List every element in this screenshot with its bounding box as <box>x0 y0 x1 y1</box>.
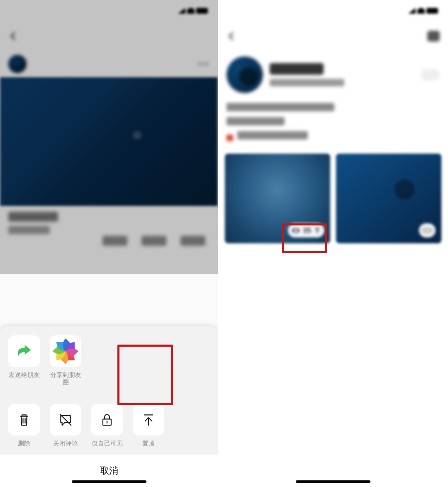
pinned-icon <box>314 227 320 234</box>
more-pill-button[interactable] <box>421 69 440 81</box>
profile-name <box>270 63 324 75</box>
post-author-row: ••• <box>0 51 218 77</box>
nav-header <box>0 22 218 51</box>
share-send-friend-label: 发送给朋友 <box>9 371 40 379</box>
action-sheet: 发送给朋友 分享到朋友圈 <box>0 326 218 487</box>
views-count: 35 <box>303 226 311 235</box>
action-delete-label: 删除 <box>18 440 30 447</box>
back-button[interactable] <box>8 31 18 41</box>
post-thumb-1[interactable]: 35 <box>225 154 330 243</box>
status-bar <box>0 0 218 22</box>
cellular-icon <box>408 8 416 14</box>
battery-icon <box>426 8 438 14</box>
badge-placeholder-icon <box>421 227 433 234</box>
wifi-icon <box>417 8 425 14</box>
profile-subtitle <box>270 79 344 86</box>
pin-top-icon <box>140 411 157 428</box>
comment-off-icon <box>57 411 74 428</box>
profile-bio <box>226 103 440 141</box>
status-badge <box>226 135 233 141</box>
action-pin-top-label: 置顶 <box>142 440 155 447</box>
views-pin-badge: 35 <box>288 223 324 237</box>
action-only-self-label: 仅自己可见 <box>92 440 123 447</box>
more-button[interactable]: ••• <box>193 59 209 69</box>
post-caption <box>0 206 218 236</box>
post-action-row <box>0 236 218 253</box>
avatar[interactable] <box>8 55 27 73</box>
comment-button[interactable] <box>141 236 166 246</box>
action-close-comments-label: 关闭评论 <box>53 440 78 447</box>
like-button[interactable] <box>102 236 127 246</box>
thumb2-badge <box>419 223 436 237</box>
back-button[interactable] <box>226 31 236 41</box>
lock-icon <box>99 411 115 428</box>
action-only-self[interactable]: 仅自己可见 <box>91 404 123 447</box>
battery-icon <box>196 8 208 14</box>
action-pin-top[interactable]: 置顶 <box>133 404 164 447</box>
share-row: 发送给朋友 分享到朋友圈 <box>0 326 218 390</box>
fav-button[interactable] <box>180 236 205 246</box>
home-indicator <box>72 480 146 483</box>
cancel-label: 取消 <box>100 465 118 477</box>
action-row: 删除 关闭评论 仅 <box>0 393 218 451</box>
cellular-icon <box>178 8 185 14</box>
camera-icon[interactable] <box>427 31 440 42</box>
post-thumb-2[interactable] <box>336 154 441 243</box>
eye-icon <box>292 228 299 233</box>
wifi-icon <box>187 8 195 14</box>
post-image[interactable] <box>0 77 218 206</box>
profile-header <box>218 51 448 145</box>
share-send-friend[interactable]: 发送给朋友 <box>8 335 40 386</box>
trash-icon <box>16 411 32 428</box>
action-delete[interactable]: 删除 <box>8 404 40 447</box>
status-icons <box>408 8 438 14</box>
status-icons <box>178 8 208 14</box>
home-indicator <box>296 480 370 483</box>
share-arrow-icon <box>16 343 32 360</box>
share-moments-label: 分享到朋友圈 <box>50 371 81 386</box>
post-grid: 35 <box>218 154 448 243</box>
nav-header <box>218 22 448 51</box>
share-moments[interactable]: 分享到朋友圈 <box>50 335 81 386</box>
action-close-comments[interactable]: 关闭评论 <box>50 404 81 447</box>
avatar[interactable] <box>226 56 263 93</box>
moments-pinwheel-icon <box>56 342 75 361</box>
status-bar <box>218 0 448 22</box>
